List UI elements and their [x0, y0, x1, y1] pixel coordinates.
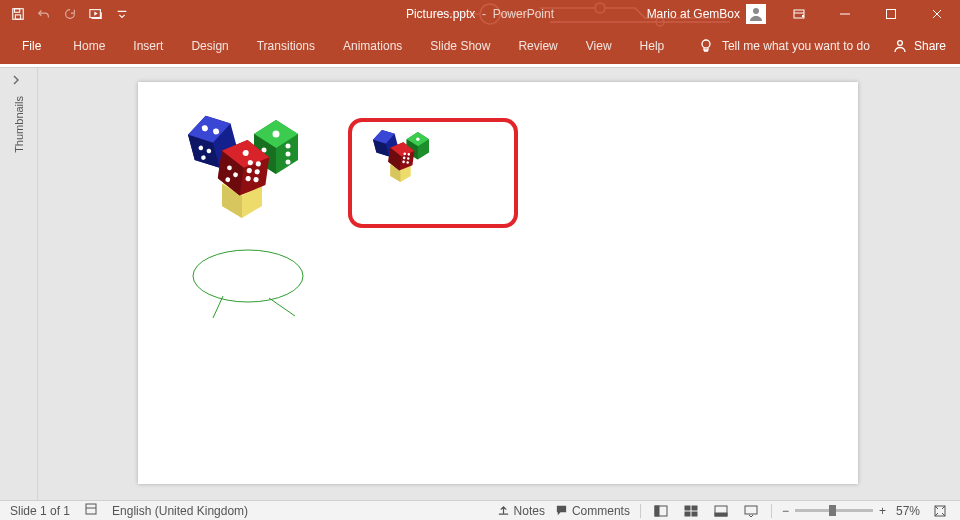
slide-editor[interactable] — [38, 68, 960, 500]
svg-point-12 — [273, 131, 280, 138]
lightbulb-icon — [698, 38, 714, 54]
notes-button[interactable]: Notes — [497, 504, 545, 518]
normal-view-icon[interactable] — [651, 503, 671, 519]
document-name: Pictures.pptx — [406, 7, 475, 21]
minimize-icon[interactable] — [822, 0, 868, 28]
zoom-in-icon[interactable]: + — [879, 504, 886, 518]
ribbon-display-options-icon[interactable] — [776, 0, 822, 28]
customize-qat-icon[interactable] — [110, 2, 134, 26]
zoom-slider[interactable]: − + — [782, 504, 886, 518]
redo-icon[interactable] — [58, 2, 82, 26]
thumbnails-pane[interactable]: Thumbnails — [0, 68, 38, 500]
zoom-out-icon[interactable]: − — [782, 504, 789, 518]
start-from-beginning-icon[interactable] — [84, 2, 108, 26]
tab-design[interactable]: Design — [177, 28, 242, 64]
undo-icon[interactable] — [32, 2, 56, 26]
app-name: PowerPoint — [493, 7, 554, 21]
tab-insert[interactable]: Insert — [119, 28, 177, 64]
svg-rect-44 — [655, 506, 659, 516]
svg-point-41 — [193, 250, 303, 302]
svg-point-34 — [416, 137, 420, 141]
share-icon — [892, 38, 908, 54]
tab-home[interactable]: Home — [59, 28, 119, 64]
oval-callout-shape[interactable] — [183, 242, 323, 325]
svg-rect-50 — [715, 513, 727, 516]
dice-picture-large[interactable] — [176, 108, 306, 218]
reading-view-icon[interactable] — [711, 503, 731, 519]
work-area: Thumbnails — [0, 68, 960, 500]
svg-point-10 — [702, 40, 710, 48]
tell-me-search[interactable]: Tell me what you want to do — [698, 38, 870, 54]
zoom-percent[interactable]: 57% — [896, 504, 920, 518]
svg-point-16 — [286, 152, 291, 157]
avatar — [746, 4, 766, 24]
slide-indicator[interactable]: Slide 1 of 1 — [10, 504, 70, 518]
tab-view[interactable]: View — [572, 28, 626, 64]
fit-to-window-icon[interactable] — [930, 503, 950, 519]
tab-animations[interactable]: Animations — [329, 28, 416, 64]
svg-point-11 — [898, 41, 903, 46]
svg-rect-47 — [685, 512, 690, 516]
thumbnails-label: Thumbnails — [13, 96, 25, 153]
svg-point-7 — [753, 8, 759, 14]
svg-point-15 — [286, 144, 291, 149]
svg-point-4 — [480, 4, 500, 24]
close-icon[interactable] — [914, 0, 960, 28]
ribbon-tabs: File Home Insert Design Transitions Anim… — [0, 28, 960, 64]
tab-review[interactable]: Review — [504, 28, 571, 64]
tab-slide-show[interactable]: Slide Show — [416, 28, 504, 64]
svg-rect-45 — [685, 506, 690, 510]
svg-rect-1 — [15, 9, 20, 13]
account-area[interactable]: Mario at GemBox — [647, 4, 776, 24]
tab-help[interactable]: Help — [626, 28, 679, 64]
quick-access-toolbar — [0, 2, 134, 26]
svg-rect-9 — [887, 10, 896, 19]
comments-button[interactable]: Comments — [555, 504, 630, 518]
svg-point-5 — [595, 3, 605, 13]
svg-point-17 — [286, 160, 291, 165]
zoom-track[interactable] — [795, 509, 873, 512]
svg-rect-51 — [745, 506, 757, 514]
slide-sorter-view-icon[interactable] — [681, 503, 701, 519]
dice-picture-small[interactable] — [364, 126, 436, 182]
svg-rect-2 — [15, 15, 20, 19]
svg-rect-48 — [692, 512, 697, 516]
slide-canvas[interactable] — [138, 82, 858, 484]
language-indicator[interactable]: English (United Kingdom) — [112, 504, 248, 518]
accessibility-icon[interactable] — [84, 502, 98, 519]
share-button[interactable]: Share — [874, 38, 946, 54]
title-bar: Pictures.pptx - PowerPoint Mario at GemB… — [0, 0, 960, 28]
maximize-icon[interactable] — [868, 0, 914, 28]
user-name: Mario at GemBox — [647, 7, 740, 21]
tab-transitions[interactable]: Transitions — [243, 28, 329, 64]
slideshow-view-icon[interactable] — [741, 503, 761, 519]
svg-rect-46 — [692, 506, 697, 510]
save-icon[interactable] — [6, 2, 30, 26]
zoom-thumb[interactable] — [829, 505, 836, 516]
chevron-right-icon[interactable] — [11, 74, 21, 88]
status-bar: Slide 1 of 1 English (United Kingdom) No… — [0, 500, 960, 520]
file-tab[interactable]: File — [4, 28, 59, 64]
svg-rect-42 — [86, 504, 96, 514]
